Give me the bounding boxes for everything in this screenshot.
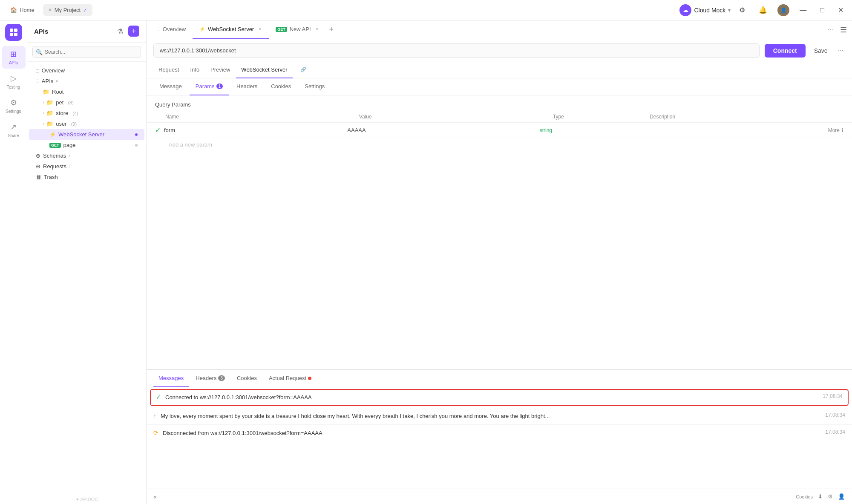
project-tab[interactable]: ✕ My Project ✓ — [43, 4, 92, 16]
msg-tab-bar: Messages Headers 3 Cookies Actual Reques… — [147, 370, 852, 387]
more-options-btn[interactable]: ··· — [836, 45, 845, 56]
cloud-chevron-icon[interactable]: ▾ — [728, 7, 731, 13]
sub-tab-link[interactable]: 🔗 — [294, 62, 311, 78]
sub-tab-preview[interactable]: Preview — [205, 62, 235, 78]
info-tab-label: Info — [190, 66, 199, 73]
collapse-btn[interactable]: « — [153, 493, 157, 500]
tab-websocket-server[interactable]: ⚡ WebSocket Server ✕ — [193, 20, 269, 39]
settings-btn[interactable]: ⚙ — [736, 4, 748, 16]
bell-btn[interactable]: 🔔 — [755, 4, 771, 16]
page-dot — [135, 144, 138, 147]
apidoc-label: ✦ APIDOC — [75, 497, 98, 502]
svg-rect-0 — [10, 29, 13, 32]
schemas-chevron-icon: › — [69, 153, 70, 158]
params-area: Query Params Name Value Type Description… — [147, 95, 852, 369]
more-icon: ℹ — [841, 127, 843, 133]
maximize-btn[interactable]: □ — [817, 5, 828, 16]
new-api-tab-close-icon[interactable]: ✕ — [315, 26, 319, 32]
tab-overview[interactable]: □ Overview — [150, 20, 193, 39]
connect-btn[interactable]: Connect — [765, 44, 806, 58]
new-api-method-badge: GET — [276, 27, 287, 32]
msg-time-2: 17:08:34 — [825, 429, 845, 435]
new-api-tab-label: New API — [290, 26, 311, 32]
status-settings-btn[interactable]: ⚙ — [828, 493, 833, 500]
messages-list: ✓ Connected to ws://127.0.0.1:3001/webso… — [147, 387, 852, 489]
cloud-mock-section: ☁ Cloud Mock ▾ — [674, 4, 736, 16]
status-bar-right: Cookies ⬇ ⚙ 👤 — [796, 493, 845, 500]
msg-tab-messages[interactable]: Messages — [153, 370, 189, 387]
ws-subtab-label: WebSocket Server — [241, 66, 287, 73]
method-tab-bar: Message Params 1 Headers Cookies Setting… — [147, 78, 852, 95]
headers-msg-badge: 3 — [218, 375, 225, 381]
param-check-icon-0: ✓ — [155, 126, 161, 134]
sidebar-item-root[interactable]: 📁 Root — [29, 86, 144, 97]
url-input[interactable] — [153, 43, 760, 58]
root-label: Root — [52, 89, 63, 95]
method-tab-headers[interactable]: Headers — [230, 78, 263, 95]
minimize-btn[interactable]: — — [796, 5, 810, 16]
param-value-0[interactable]: AAAAA — [347, 127, 539, 133]
nav-settings[interactable]: ⚙ Settings — [2, 95, 26, 117]
message-row-1: ↑ My love, every moment spent by your si… — [147, 408, 852, 425]
schemas-label: Schemas — [43, 153, 66, 159]
cookies-status-label[interactable]: Cookies — [796, 494, 813, 499]
project-close-icon[interactable]: ✕ — [48, 7, 52, 13]
sidebar-item-requests[interactable]: ⊕ Requests › — [29, 161, 144, 172]
nav-apis-label: APIs — [9, 60, 18, 65]
param-more-0[interactable]: More ℹ — [828, 127, 843, 133]
avatar[interactable]: 👤 — [777, 4, 789, 16]
pet-folder-icon: 📁 — [46, 99, 53, 106]
param-type-0[interactable]: string — [540, 127, 636, 133]
sidebar-item-schemas[interactable]: ⊕ Schemas › — [29, 150, 144, 161]
download-btn[interactable]: ⬇ — [818, 493, 823, 500]
status-user-btn[interactable]: 👤 — [838, 493, 845, 500]
msg-tab-cookies[interactable]: Cookies — [232, 370, 262, 387]
msg-tab-actual-request[interactable]: Actual Request — [264, 370, 317, 387]
add-param-row[interactable]: Add a new param — [147, 138, 852, 151]
user-count: (9) — [71, 121, 77, 127]
sidebar-item-page[interactable]: GET page — [29, 140, 144, 150]
tab-more-btn[interactable]: ··· — [824, 24, 837, 35]
search-input[interactable] — [32, 46, 141, 58]
actual-request-tab-label: Actual Request — [269, 375, 306, 381]
add-btn[interactable]: + — [128, 26, 139, 37]
sub-tab-info[interactable]: Info — [185, 62, 204, 78]
param-row-0: ✓ form AAAAA string More ℹ — [147, 123, 852, 138]
app-layout: ⊞ APIs ▷ Testing ⚙ Settings ↗ Share APIs… — [0, 20, 852, 504]
params-tab-label: Params — [196, 83, 215, 89]
close-btn[interactable]: ✕ — [835, 4, 847, 16]
method-tab-message[interactable]: Message — [153, 78, 188, 95]
params-badge: 1 — [216, 84, 223, 89]
sidebar-item-overview[interactable]: □ Overview — [29, 65, 144, 76]
main-content: □ Overview ⚡ WebSocket Server ✕ GET New … — [147, 20, 852, 504]
sub-tab-request[interactable]: Request — [153, 62, 184, 78]
sidebar-item-store[interactable]: › 📁 store (4) — [29, 108, 144, 118]
tab-new-api[interactable]: GET New API ✕ — [269, 20, 325, 39]
svg-rect-1 — [14, 29, 17, 32]
home-tab[interactable]: 🏠 Home — [5, 4, 40, 16]
search-wrapper: 🔍 — [32, 46, 141, 58]
apidoc-footer: ✦ APIDOC — [27, 495, 146, 504]
nav-testing[interactable]: ▷ Testing — [2, 70, 26, 93]
nav-apis[interactable]: ⊞ APIs — [2, 46, 26, 69]
sidebar-item-trash[interactable]: 🗑 Trash — [29, 172, 144, 182]
hamburger-btn[interactable]: ☰ — [838, 23, 849, 36]
param-name-value-0[interactable]: form — [164, 127, 175, 133]
sidebar-item-websocket-server[interactable]: ⚡ WebSocket Server — [29, 129, 144, 140]
tree-content: □ Overview □ APIs ▾ 📁 Root › 📁 pet (8) — [27, 62, 146, 495]
nav-share[interactable]: ↗ Share — [2, 119, 26, 141]
method-tab-cookies[interactable]: Cookies — [265, 78, 297, 95]
method-tab-settings[interactable]: Settings — [299, 78, 331, 95]
ws-tab-close-icon[interactable]: ✕ — [258, 26, 262, 32]
msg-tab-headers[interactable]: Headers 3 — [190, 370, 230, 387]
title-bar-controls: ⚙ 🔔 👤 — □ ✕ — [736, 4, 847, 16]
sidebar-item-apis[interactable]: □ APIs ▾ — [29, 76, 144, 86]
sidebar-item-user[interactable]: › 📁 user (9) — [29, 118, 144, 129]
filter-btn[interactable]: ⚗ — [115, 26, 125, 37]
sub-tab-websocket-server[interactable]: WebSocket Server — [236, 62, 292, 78]
method-tab-params[interactable]: Params 1 — [190, 78, 229, 95]
apis-folder-icon: □ — [36, 78, 39, 84]
sidebar-item-pet[interactable]: › 📁 pet (8) — [29, 97, 144, 108]
add-tab-btn[interactable]: + — [326, 23, 337, 36]
save-btn[interactable]: Save — [811, 46, 831, 56]
